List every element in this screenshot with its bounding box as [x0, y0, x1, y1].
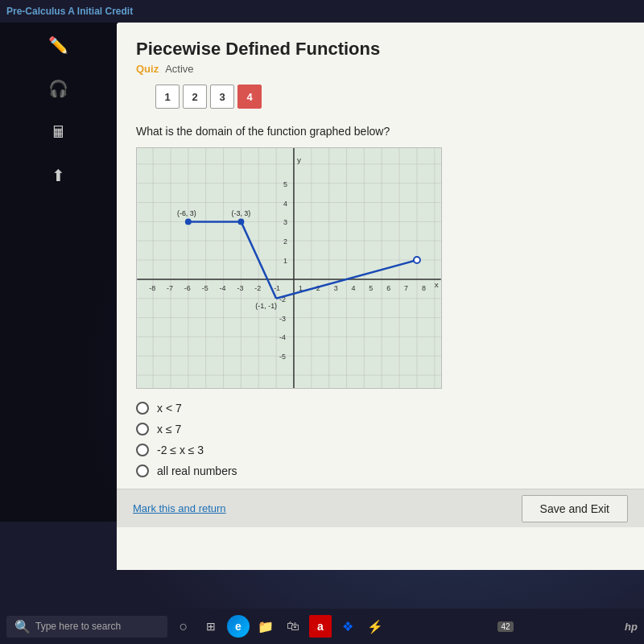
svg-text:5: 5: [283, 180, 287, 188]
pencil-icon[interactable]: ✏️: [44, 31, 73, 60]
taskbar: 🔍 Type here to search ○ ⊞ e 📁 🛍 a ❖ ⚡ 42…: [0, 609, 644, 644]
main-content: Piecewise Defined Functions Quiz Active …: [117, 23, 644, 570]
answer-text-1: x < 7: [157, 402, 182, 415]
svg-text:(-1, -1): (-1, -1): [255, 302, 277, 310]
graph-container: -8 -7 -6 -5 -4 -3 -2 -1 1 2 3 4 5 6 7 8 …: [136, 147, 442, 389]
question-text: What is the domain of the function graph…: [136, 125, 625, 138]
taskbar-search[interactable]: 🔍 Type here to search: [6, 616, 167, 638]
taskbar-edge-icon[interactable]: e: [227, 615, 250, 638]
svg-text:8: 8: [422, 284, 426, 292]
svg-text:-3: -3: [237, 284, 243, 292]
answer-choice-4[interactable]: all real numbers: [136, 464, 625, 477]
svg-text:-6: -6: [184, 284, 191, 292]
tab-1[interactable]: 1: [155, 85, 180, 109]
svg-text:3: 3: [283, 218, 287, 226]
taskbar-grid-icon[interactable]: ⊞: [200, 615, 222, 638]
radio-1[interactable]: [136, 402, 149, 415]
svg-text:-4: -4: [220, 284, 226, 292]
taskbar-a-icon[interactable]: a: [309, 615, 332, 638]
top-bar-label: Pre-Calculus A Initial Credit: [6, 6, 133, 17]
taskbar-notification-count: 42: [497, 621, 513, 632]
radio-4[interactable]: [136, 464, 149, 477]
quiz-status: Quiz Active: [136, 63, 625, 75]
answer-text-4: all real numbers: [157, 464, 237, 477]
top-bar: Pre-Calculus A Initial Credit: [0, 0, 644, 23]
calculator-icon[interactable]: 🖩: [44, 118, 73, 147]
left-sidebar: ✏️ 🎧 🖩 ⬆: [0, 23, 117, 522]
taskbar-dropbox-icon[interactable]: ❖: [336, 615, 359, 638]
arrow-up-icon[interactable]: ⬆: [44, 161, 73, 190]
page-title: Piecewise Defined Functions: [136, 39, 625, 60]
tab-3[interactable]: 3: [210, 85, 234, 109]
content-header: Piecewise Defined Functions Quiz Active …: [117, 23, 644, 125]
svg-text:y: y: [297, 155, 301, 164]
taskbar-store-icon[interactable]: 🛍: [282, 615, 304, 638]
svg-text:4: 4: [283, 200, 287, 208]
svg-text:(-3, 3): (-3, 3): [231, 209, 250, 217]
answer-text-2: x ≤ 7: [157, 423, 181, 436]
svg-text:4: 4: [351, 284, 355, 292]
graph-svg: -8 -7 -6 -5 -4 -3 -2 -1 1 2 3 4 5 6 7 8 …: [137, 148, 441, 388]
svg-text:2: 2: [283, 237, 287, 246]
taskbar-bolt-icon[interactable]: ⚡: [364, 615, 386, 638]
radio-3[interactable]: [136, 444, 149, 456]
radio-2[interactable]: [136, 423, 149, 436]
svg-text:6: 6: [386, 284, 390, 292]
svg-text:-8: -8: [149, 284, 155, 292]
bottom-bar: Mark this and return Save and Exit: [117, 489, 644, 527]
quiz-label: Quiz: [136, 63, 159, 75]
svg-text:-3: -3: [279, 315, 286, 323]
taskbar-circle-icon[interactable]: ○: [172, 615, 195, 638]
answer-choice-3[interactable]: -2 ≤ x ≤ 3: [136, 444, 625, 456]
save-exit-button[interactable]: Save and Exit: [522, 495, 628, 522]
svg-text:7: 7: [404, 284, 408, 292]
headphones-icon[interactable]: 🎧: [44, 74, 73, 103]
question-body: What is the domain of the function graph…: [117, 125, 644, 477]
svg-text:-2: -2: [254, 284, 261, 292]
answer-choice-1[interactable]: x < 7: [136, 402, 625, 415]
svg-rect-0: [137, 148, 440, 388]
status-label: Active: [165, 63, 193, 75]
svg-point-64: [414, 257, 420, 263]
mark-return-link[interactable]: Mark this and return: [133, 502, 226, 514]
tab-4[interactable]: 4: [237, 85, 262, 109]
tab-2[interactable]: 2: [183, 85, 207, 109]
svg-text:-1: -1: [274, 284, 280, 292]
svg-text:1: 1: [283, 257, 287, 265]
svg-text:-5: -5: [279, 353, 286, 361]
taskbar-folder-icon[interactable]: 📁: [254, 615, 277, 638]
question-tabs: 1 2 3 4: [136, 85, 625, 109]
answer-choice-2[interactable]: x ≤ 7: [136, 423, 625, 436]
svg-text:-7: -7: [167, 284, 173, 292]
search-icon: 🔍: [14, 619, 31, 634]
taskbar-search-text: Type here to search: [35, 621, 121, 632]
svg-text:5: 5: [369, 284, 373, 292]
svg-text:-5: -5: [202, 284, 208, 292]
answer-text-3: -2 ≤ x ≤ 3: [157, 444, 204, 456]
svg-text:-4: -4: [279, 333, 286, 341]
svg-point-62: [185, 218, 192, 225]
hp-logo: hp: [625, 621, 638, 633]
svg-text:3: 3: [334, 284, 338, 292]
svg-text:x: x: [435, 280, 439, 289]
svg-point-63: [237, 218, 244, 225]
svg-text:(-6, 3): (-6, 3): [177, 209, 196, 217]
